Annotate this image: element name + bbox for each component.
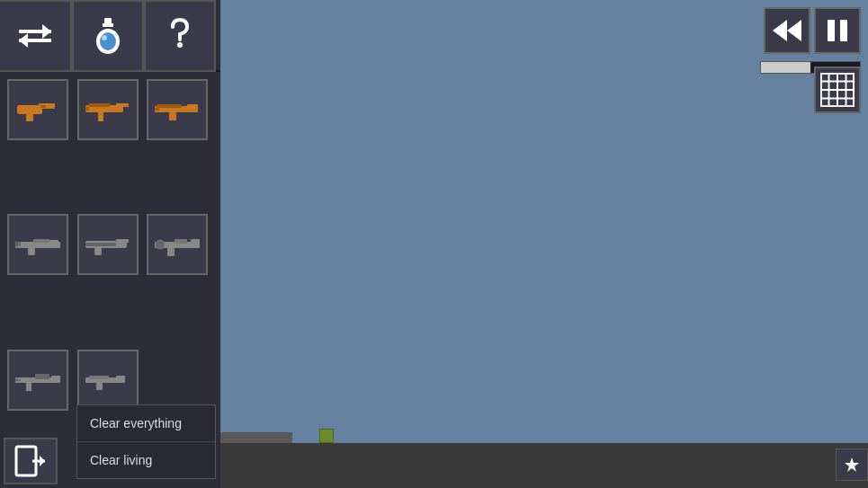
playback-controls xyxy=(764,7,861,54)
svg-rect-44 xyxy=(116,376,125,378)
green-object xyxy=(319,429,334,443)
grid-toggle-button[interactable] xyxy=(814,67,861,113)
svg-rect-23 xyxy=(155,108,159,111)
weapon-cell-carbine[interactable] xyxy=(77,350,139,411)
svg-rect-21 xyxy=(169,112,176,120)
svg-rect-46 xyxy=(89,376,109,379)
svg-rect-39 xyxy=(51,376,60,378)
svg-rect-12 xyxy=(26,114,33,121)
weapon-cell-shotgun[interactable] xyxy=(77,214,139,275)
weapon-cell-rifle[interactable] xyxy=(147,79,208,140)
weapon-cell-lmg[interactable] xyxy=(147,214,208,275)
sidebar: Clear everything Clear living xyxy=(0,0,220,488)
grid-toggle-container xyxy=(814,67,861,113)
svg-rect-15 xyxy=(116,103,129,107)
small-vehicle xyxy=(220,432,292,443)
pause-button[interactable] xyxy=(814,7,861,54)
svg-rect-42 xyxy=(15,379,21,381)
svg-rect-5 xyxy=(103,23,113,27)
svg-point-9 xyxy=(177,42,183,48)
svg-marker-52 xyxy=(787,20,801,41)
swap-button[interactable] xyxy=(0,0,72,72)
svg-rect-16 xyxy=(98,112,103,121)
svg-rect-20 xyxy=(187,104,198,108)
exit-button[interactable] xyxy=(4,438,58,484)
svg-rect-27 xyxy=(15,242,21,246)
toolbar xyxy=(0,0,220,72)
svg-rect-18 xyxy=(85,107,89,111)
weapon-cell-pistol[interactable] xyxy=(7,79,68,140)
potion-button[interactable] xyxy=(72,0,144,72)
clear-living-item[interactable]: Clear living xyxy=(77,442,215,478)
svg-rect-26 xyxy=(28,248,35,255)
svg-marker-62 xyxy=(845,457,859,472)
clear-everything-item[interactable]: Clear everything xyxy=(77,405,215,442)
svg-rect-53 xyxy=(828,20,835,41)
svg-rect-35 xyxy=(167,248,174,256)
svg-rect-32 xyxy=(85,243,116,246)
svg-rect-22 xyxy=(157,104,182,108)
svg-point-7 xyxy=(100,32,116,50)
rewind-button[interactable] xyxy=(764,7,810,54)
svg-point-8 xyxy=(102,35,107,40)
right-side-icon[interactable] xyxy=(836,448,868,481)
weapon-cell-smg[interactable] xyxy=(77,79,139,140)
svg-rect-30 xyxy=(116,239,129,243)
svg-marker-1 xyxy=(42,24,51,39)
weapon-cell-mg[interactable] xyxy=(7,214,68,275)
context-menu: Clear everything Clear living xyxy=(76,404,216,479)
svg-rect-41 xyxy=(35,374,49,379)
svg-rect-10 xyxy=(17,105,42,114)
top-right-controls xyxy=(760,7,861,74)
svg-rect-37 xyxy=(174,239,187,244)
svg-rect-24 xyxy=(15,242,60,248)
svg-marker-3 xyxy=(19,33,28,48)
svg-point-36 xyxy=(156,240,165,249)
progress-bar-fill xyxy=(761,62,810,73)
main-area xyxy=(220,0,868,488)
svg-marker-49 xyxy=(40,456,45,466)
svg-rect-28 xyxy=(33,239,49,243)
svg-rect-25 xyxy=(49,240,58,243)
svg-rect-13 xyxy=(40,105,46,108)
svg-rect-34 xyxy=(191,239,200,243)
weapon-cell-sniper[interactable] xyxy=(7,350,68,411)
svg-rect-45 xyxy=(96,383,103,390)
svg-rect-40 xyxy=(26,383,31,391)
svg-rect-17 xyxy=(89,103,111,107)
ground xyxy=(220,443,868,488)
svg-rect-31 xyxy=(94,248,102,255)
svg-rect-54 xyxy=(840,20,847,41)
help-button[interactable] xyxy=(144,0,216,72)
svg-marker-51 xyxy=(773,20,787,41)
